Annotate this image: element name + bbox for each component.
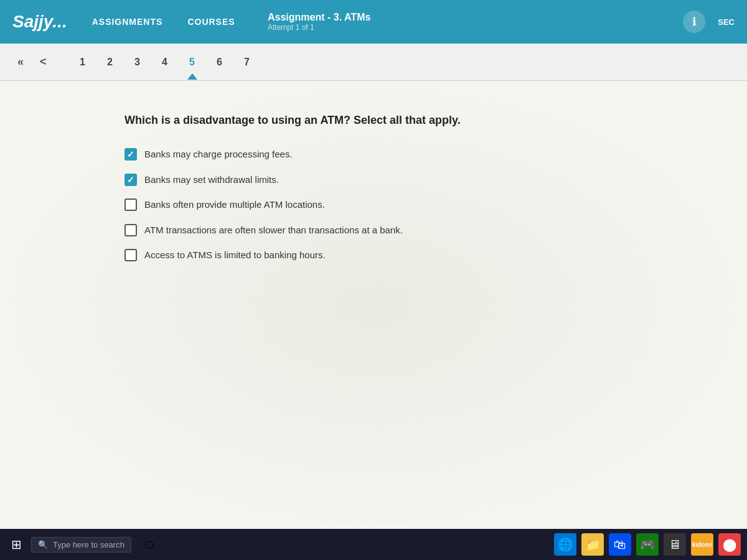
taskbar-right-icons: 🌐 📁 🛍 🎮 🖥 kidomi ⬤ (554, 533, 741, 556)
taskbar-folder-icon[interactable]: 📁 (581, 533, 604, 556)
taskbar-icons: ⬡ (139, 534, 159, 554)
question-text: Which is a disadvantage to using an ATM?… (125, 112, 622, 129)
taskbar-cortana-icon[interactable]: ⬡ (139, 534, 159, 554)
windows-start-button[interactable]: ⊞ (6, 534, 26, 554)
checkbox-4[interactable] (125, 224, 137, 236)
taskbar-search[interactable]: 🔍 Type here to search (31, 537, 131, 553)
option-text-4: ATM transactions are often slower than t… (144, 223, 403, 238)
checkbox-1[interactable] (125, 148, 137, 161)
app-logo: Sajjy... (12, 12, 67, 32)
option-text-1: Banks may charge processing fees. (144, 147, 293, 162)
assignment-title: Assignment - 3. ATMs (268, 12, 370, 23)
taskbar-kidomi-icon[interactable]: kidomi (691, 533, 713, 556)
nav-back-single[interactable]: < (35, 52, 52, 72)
taskbar-monitor-icon[interactable]: 🖥 (664, 533, 686, 556)
option-text-5: Access to ATMS is limited to banking hou… (144, 248, 326, 263)
taskbar: ⊞ 🔍 Type here to search ⬡ 🌐 📁 🛍 🎮 🖥 kido… (0, 529, 747, 560)
nav-back-double[interactable]: « (12, 52, 29, 72)
taskbar-game-icon[interactable]: 🎮 (636, 533, 659, 556)
top-navigation: Sajjy... ASSIGNMENTS COURSES Assignment … (0, 0, 747, 44)
nav-links: ASSIGNMENTS COURSES (92, 17, 235, 27)
question-num-7[interactable]: 7 (235, 50, 260, 75)
option-text-3: Banks often provide multiple ATM locatio… (144, 198, 325, 212)
sec-label: SEC (718, 17, 735, 27)
checkbox-2[interactable] (125, 174, 137, 186)
answer-option-4[interactable]: ATM transactions are often slower than t… (125, 223, 622, 238)
question-navigation-bar: « < 1 2 3 4 5 6 7 (0, 44, 747, 81)
assignment-info: Assignment - 3. ATMs Attempt 1 of 1 (268, 12, 370, 32)
nav-icon-group: ℹ SEC (683, 11, 735, 33)
question-num-1[interactable]: 1 (70, 50, 95, 75)
checkbox-5[interactable] (125, 249, 137, 261)
nav-assignments[interactable]: ASSIGNMENTS (92, 17, 163, 27)
taskbar-edge-icon[interactable]: 🌐 (554, 533, 576, 556)
question-num-3[interactable]: 3 (125, 50, 150, 75)
question-numbers: 1 2 3 4 5 6 7 (70, 50, 260, 75)
taskbar-store-icon[interactable]: 🛍 (609, 533, 631, 556)
question-num-6[interactable]: 6 (207, 50, 232, 75)
taskbar-circle-icon[interactable]: ⬤ (718, 533, 741, 556)
answer-option-3[interactable]: Banks often provide multiple ATM locatio… (125, 198, 622, 212)
question-num-2[interactable]: 2 (98, 50, 123, 75)
answer-option-1[interactable]: Banks may charge processing fees. (125, 147, 622, 162)
question-num-4[interactable]: 4 (153, 50, 177, 75)
checkbox-3[interactable] (125, 198, 137, 211)
main-content: Which is a disadvantage to using an ATM?… (0, 81, 747, 529)
info-icon-button[interactable]: ℹ (683, 11, 705, 33)
answer-option-2[interactable]: Banks may set withdrawal limits. (125, 173, 622, 187)
search-icon: 🔍 (38, 540, 48, 549)
answer-option-5[interactable]: Access to ATMS is limited to banking hou… (125, 248, 622, 263)
assignment-subtitle: Attempt 1 of 1 (268, 23, 370, 32)
question-num-5[interactable]: 5 (180, 50, 205, 75)
nav-courses[interactable]: COURSES (187, 17, 235, 27)
search-placeholder: Type here to search (53, 540, 125, 549)
option-text-2: Banks may set withdrawal limits. (144, 173, 279, 187)
